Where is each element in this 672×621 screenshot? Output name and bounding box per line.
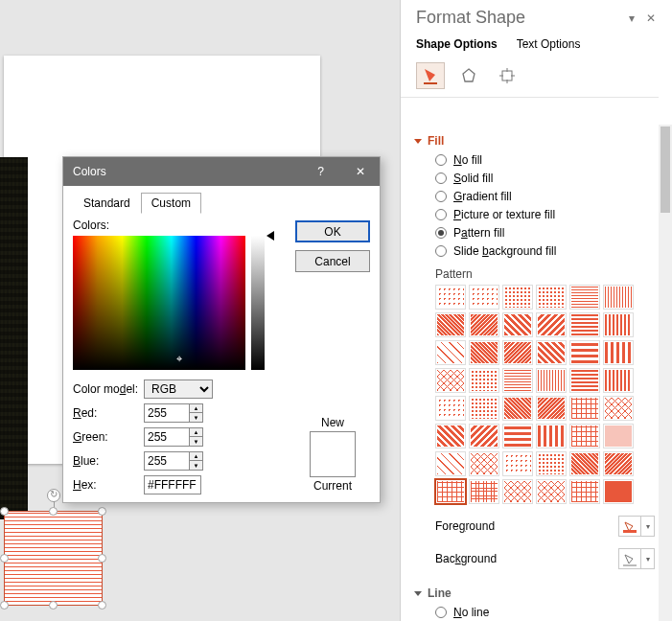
red-input[interactable] bbox=[144, 403, 190, 423]
pattern-swatch[interactable] bbox=[435, 396, 466, 421]
radio-picture-fill[interactable]: Picture or texture fill bbox=[435, 208, 655, 221]
resize-handle[interactable] bbox=[98, 507, 106, 516]
pattern-swatch[interactable] bbox=[603, 285, 634, 310]
dialog-titlebar[interactable]: Colors ? ✕ bbox=[63, 157, 380, 186]
pattern-swatch[interactable] bbox=[502, 479, 533, 504]
pattern-swatch[interactable] bbox=[536, 424, 567, 448]
pattern-swatch[interactable] bbox=[536, 451, 567, 476]
dialog-title: Colors bbox=[73, 165, 301, 178]
color-gradient-picker[interactable] bbox=[73, 236, 245, 370]
selected-shape[interactable] bbox=[4, 511, 103, 606]
pattern-swatch[interactable] bbox=[569, 285, 600, 310]
tab-standard[interactable]: Standard bbox=[73, 193, 141, 214]
pattern-swatch[interactable] bbox=[469, 368, 499, 393]
pattern-swatch[interactable] bbox=[435, 424, 466, 448]
resize-handle[interactable] bbox=[0, 601, 9, 610]
pattern-swatch[interactable] bbox=[569, 424, 600, 448]
pattern-swatch[interactable] bbox=[502, 312, 533, 337]
radio-gradient-fill[interactable]: Gradient fill bbox=[435, 190, 655, 203]
pattern-swatch[interactable] bbox=[603, 312, 634, 337]
green-spinner[interactable]: ▲▼ bbox=[190, 427, 203, 447]
pattern-swatch[interactable] bbox=[603, 368, 634, 393]
pane-dropdown-icon[interactable]: ▾ bbox=[622, 12, 641, 25]
color-model-select[interactable]: RGB bbox=[144, 380, 213, 399]
pattern-swatch[interactable] bbox=[536, 312, 567, 337]
pattern-swatch[interactable] bbox=[502, 285, 533, 310]
pattern-swatch[interactable] bbox=[603, 340, 634, 365]
red-spinner[interactable]: ▲▼ bbox=[190, 403, 203, 423]
pane-close-icon[interactable]: ✕ bbox=[641, 12, 660, 25]
help-icon[interactable]: ? bbox=[301, 157, 340, 186]
pane-title: Format Shape bbox=[416, 8, 622, 28]
green-input[interactable] bbox=[144, 427, 190, 447]
blue-spinner[interactable]: ▲▼ bbox=[190, 451, 203, 471]
tab-text-options[interactable]: Text Options bbox=[517, 37, 581, 51]
pattern-swatch[interactable] bbox=[469, 396, 499, 421]
pattern-swatch[interactable] bbox=[469, 451, 499, 476]
new-label: New bbox=[295, 416, 370, 429]
cancel-button[interactable]: Cancel bbox=[295, 250, 370, 272]
pattern-swatch[interactable] bbox=[536, 368, 567, 393]
pattern-swatch[interactable] bbox=[536, 285, 567, 310]
pattern-swatch[interactable] bbox=[569, 451, 600, 476]
line-section-header[interactable]: Line bbox=[414, 586, 655, 600]
rotate-handle[interactable] bbox=[47, 489, 60, 502]
pattern-swatch[interactable] bbox=[502, 424, 533, 448]
pattern-swatch[interactable] bbox=[469, 312, 499, 337]
pattern-swatch[interactable] bbox=[569, 479, 600, 504]
current-label: Current bbox=[295, 479, 370, 493]
pattern-swatch[interactable] bbox=[469, 285, 499, 310]
pattern-swatch[interactable] bbox=[435, 340, 466, 365]
pattern-swatch[interactable] bbox=[435, 479, 466, 504]
ok-button[interactable]: OK bbox=[295, 220, 370, 242]
scrollbar[interactable] bbox=[659, 125, 672, 621]
pattern-swatch[interactable] bbox=[536, 340, 567, 365]
luminance-slider[interactable] bbox=[251, 236, 265, 370]
radio-solid-fill[interactable]: Solid fill bbox=[435, 172, 655, 185]
size-tab-icon[interactable] bbox=[493, 62, 521, 89]
pattern-swatch[interactable] bbox=[469, 479, 499, 504]
effects-tab-icon[interactable] bbox=[454, 62, 483, 89]
pattern-swatch[interactable] bbox=[569, 368, 600, 393]
scrollbar-thumb[interactable] bbox=[660, 126, 670, 213]
pattern-swatch[interactable] bbox=[603, 396, 634, 421]
resize-handle[interactable] bbox=[0, 554, 9, 563]
resize-handle[interactable] bbox=[49, 507, 58, 516]
foreground-color-button[interactable]: ▾ bbox=[618, 516, 655, 537]
fill-line-tab-icon[interactable] bbox=[416, 62, 445, 89]
pattern-swatch[interactable] bbox=[569, 396, 600, 421]
background-color-button[interactable]: ▾ bbox=[618, 548, 655, 569]
pattern-swatch[interactable] bbox=[603, 479, 634, 504]
pattern-swatch[interactable] bbox=[569, 312, 600, 337]
pattern-swatch[interactable] bbox=[502, 368, 533, 393]
pattern-swatch[interactable] bbox=[469, 424, 499, 448]
pattern-swatch[interactable] bbox=[469, 340, 499, 365]
tab-custom[interactable]: Custom bbox=[141, 193, 201, 214]
pattern-swatch[interactable] bbox=[502, 396, 533, 421]
pattern-swatch[interactable] bbox=[435, 451, 466, 476]
pattern-swatch[interactable] bbox=[435, 285, 466, 310]
pattern-swatch[interactable] bbox=[536, 479, 567, 504]
pattern-swatch[interactable] bbox=[435, 312, 466, 337]
pattern-swatch[interactable] bbox=[536, 396, 567, 421]
pattern-swatch[interactable] bbox=[603, 451, 634, 476]
fill-section-header[interactable]: Fill bbox=[414, 134, 655, 148]
radio-no-line[interactable]: No line bbox=[435, 606, 655, 619]
resize-handle[interactable] bbox=[98, 601, 106, 610]
luminance-marker-icon[interactable] bbox=[266, 231, 276, 241]
pattern-swatch[interactable] bbox=[502, 340, 533, 365]
radio-pattern-fill[interactable]: Pattern fill bbox=[435, 226, 655, 240]
radio-no-fill[interactable]: No fill bbox=[435, 153, 655, 167]
pattern-swatch[interactable] bbox=[603, 424, 634, 448]
resize-handle[interactable] bbox=[0, 507, 9, 516]
resize-handle[interactable] bbox=[98, 554, 106, 563]
pattern-swatch[interactable] bbox=[435, 368, 466, 393]
tab-shape-options[interactable]: Shape Options bbox=[416, 37, 498, 51]
blue-input[interactable] bbox=[144, 451, 190, 471]
pattern-swatch[interactable] bbox=[569, 340, 600, 365]
radio-slide-bg-fill[interactable]: Slide background fill bbox=[435, 244, 655, 258]
pattern-swatch[interactable] bbox=[502, 451, 533, 476]
close-icon[interactable]: ✕ bbox=[340, 157, 380, 186]
hex-input[interactable] bbox=[144, 475, 201, 494]
resize-handle[interactable] bbox=[49, 601, 58, 610]
